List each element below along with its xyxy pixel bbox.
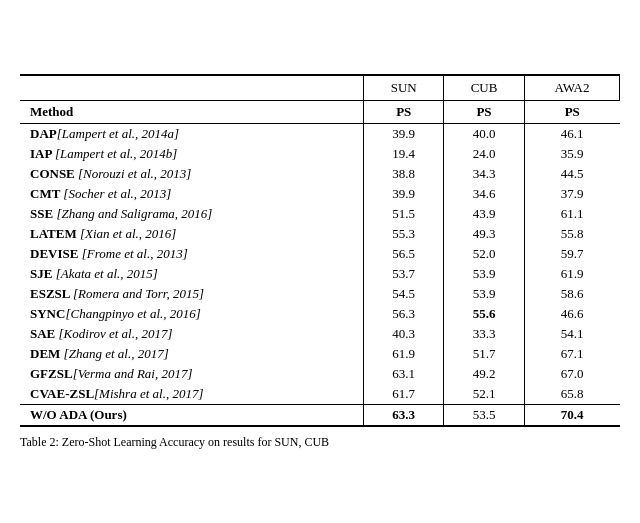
awa2-value: 61.1 [524, 204, 619, 224]
cub-value: 24.0 [444, 144, 525, 164]
method-cell: CVAE-ZSL[Mishra et al., 2017] [20, 384, 364, 405]
sun-value: 39.9 [364, 184, 444, 204]
awa2-value: 67.1 [524, 344, 619, 364]
table-row: DEM [Zhang et al., 2017]61.951.767.1 [20, 344, 620, 364]
table-row: LATEM [Xian et al., 2016]55.349.355.8 [20, 224, 620, 244]
method-citation: [Zhang and Saligrama, 2016] [56, 206, 212, 221]
method-citation: [Changpinyo et al., 2016] [65, 306, 200, 321]
sun-group-header: SUN [364, 75, 444, 101]
cub-value: 53.5 [444, 404, 525, 426]
cub-ps-subheader: PS [444, 100, 525, 123]
method-cell: DEM [Zhang et al., 2017] [20, 344, 364, 364]
cub-value: 40.0 [444, 123, 525, 144]
page-container: SUN CUB AWA2 Method PS PS PS DAP[Lampert… [20, 74, 620, 450]
table-caption: Table 2: Zero-Shot Learning Accuracy on … [20, 435, 620, 450]
cub-value: 33.3 [444, 324, 525, 344]
method-cell: ESZSL [Romera and Torr, 2015] [20, 284, 364, 304]
awa2-value: 46.1 [524, 123, 619, 144]
method-cell: SSE [Zhang and Saligrama, 2016] [20, 204, 364, 224]
cub-value: 34.3 [444, 164, 525, 184]
awa2-value: 37.9 [524, 184, 619, 204]
table-row: ESZSL [Romera and Torr, 2015]54.553.958.… [20, 284, 620, 304]
awa2-value: 65.8 [524, 384, 619, 405]
method-name: GFZSL [30, 366, 73, 381]
sun-value: 56.5 [364, 244, 444, 264]
method-subheader: Method [20, 100, 364, 123]
awa2-value: 70.4 [524, 404, 619, 426]
method-name: IAP [30, 146, 55, 161]
table-row: DAP[Lampert et al., 2014a]39.940.046.1 [20, 123, 620, 144]
subheader-row: Method PS PS PS [20, 100, 620, 123]
method-name: W/O ADA (Ours) [30, 407, 127, 422]
sun-value: 40.3 [364, 324, 444, 344]
method-cell: CONSE [Norouzi et al., 2013] [20, 164, 364, 184]
cub-value: 51.7 [444, 344, 525, 364]
method-name: CONSE [30, 166, 78, 181]
cub-value: 43.9 [444, 204, 525, 224]
sun-value: 63.3 [364, 404, 444, 426]
table-row: SJE [Akata et al., 2015]53.753.961.9 [20, 264, 620, 284]
awa2-value: 46.6 [524, 304, 619, 324]
sun-value: 61.9 [364, 344, 444, 364]
method-name: SSE [30, 206, 56, 221]
awa2-value: 58.6 [524, 284, 619, 304]
cub-value: 53.9 [444, 284, 525, 304]
awa2-value: 54.1 [524, 324, 619, 344]
sun-value: 63.1 [364, 364, 444, 384]
table-row: IAP [Lampert et al., 2014b]19.424.035.9 [20, 144, 620, 164]
awa2-value: 55.8 [524, 224, 619, 244]
cub-value: 34.6 [444, 184, 525, 204]
method-citation: [Mishra et al., 2017] [94, 386, 203, 401]
method-cell: DAP[Lampert et al., 2014a] [20, 123, 364, 144]
method-citation: [Frome et al., 2013] [82, 246, 188, 261]
table-row: CONSE [Norouzi et al., 2013]38.834.344.5 [20, 164, 620, 184]
method-citation: [Socher et al., 2013] [63, 186, 171, 201]
table-body: DAP[Lampert et al., 2014a]39.940.046.1IA… [20, 123, 620, 426]
method-cell: GFZSL[Verma and Rai, 2017] [20, 364, 364, 384]
method-citation: [Lampert et al., 2014b] [55, 146, 177, 161]
sun-value: 38.8 [364, 164, 444, 184]
method-citation: [Lampert et al., 2014a] [57, 126, 179, 141]
sun-value: 54.5 [364, 284, 444, 304]
sun-value: 51.5 [364, 204, 444, 224]
method-name: SYNC [30, 306, 65, 321]
sun-value: 55.3 [364, 224, 444, 244]
method-group-header [20, 75, 364, 101]
method-name: DEM [30, 346, 64, 361]
table-row: CMT [Socher et al., 2013]39.934.637.9 [20, 184, 620, 204]
cub-value: 53.9 [444, 264, 525, 284]
method-cell: W/O ADA (Ours) [20, 404, 364, 426]
sun-value: 56.3 [364, 304, 444, 324]
awa2-value: 61.9 [524, 264, 619, 284]
results-table: SUN CUB AWA2 Method PS PS PS DAP[Lampert… [20, 74, 620, 427]
cub-value: 49.3 [444, 224, 525, 244]
cub-value: 52.0 [444, 244, 525, 264]
table-row: SSE [Zhang and Saligrama, 2016]51.543.96… [20, 204, 620, 224]
method-citation: [Norouzi et al., 2013] [78, 166, 191, 181]
cub-value: 49.2 [444, 364, 525, 384]
table-row: GFZSL[Verma and Rai, 2017]63.149.267.0 [20, 364, 620, 384]
cub-value: 55.6 [444, 304, 525, 324]
awa2-value: 44.5 [524, 164, 619, 184]
awa2-value: 67.0 [524, 364, 619, 384]
method-name: SJE [30, 266, 56, 281]
method-cell: SJE [Akata et al., 2015] [20, 264, 364, 284]
awa2-value: 59.7 [524, 244, 619, 264]
group-header-row: SUN CUB AWA2 [20, 75, 620, 101]
method-name: LATEM [30, 226, 80, 241]
method-name: CMT [30, 186, 63, 201]
method-cell: DEVISE [Frome et al., 2013] [20, 244, 364, 264]
table-row: SYNC[Changpinyo et al., 2016]56.355.646.… [20, 304, 620, 324]
sun-value: 53.7 [364, 264, 444, 284]
method-cell: IAP [Lampert et al., 2014b] [20, 144, 364, 164]
method-citation: [Kodirov et al., 2017] [59, 326, 173, 341]
table-row: W/O ADA (Ours)63.353.570.4 [20, 404, 620, 426]
method-cell: SYNC[Changpinyo et al., 2016] [20, 304, 364, 324]
method-cell: LATEM [Xian et al., 2016] [20, 224, 364, 244]
method-cell: CMT [Socher et al., 2013] [20, 184, 364, 204]
method-citation: [Zhang et al., 2017] [64, 346, 169, 361]
table-row: CVAE-ZSL[Mishra et al., 2017]61.752.165.… [20, 384, 620, 405]
cub-group-header: CUB [444, 75, 525, 101]
method-citation: [Akata et al., 2015] [56, 266, 158, 281]
awa2-ps-subheader: PS [524, 100, 619, 123]
